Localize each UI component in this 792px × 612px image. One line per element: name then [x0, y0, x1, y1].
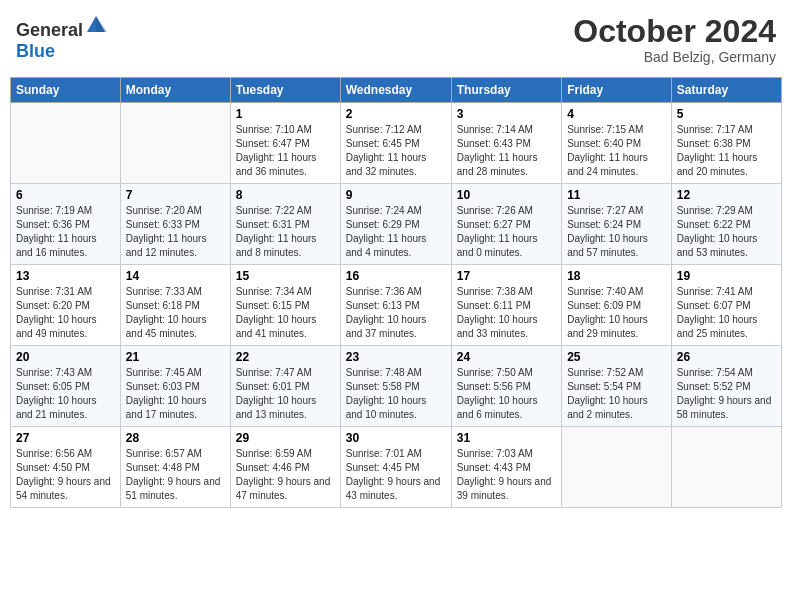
- calendar-cell: 15 Sunrise: 7:34 AMSunset: 6:15 PMDaylig…: [230, 265, 340, 346]
- weekday-header-sunday: Sunday: [11, 78, 121, 103]
- svg-marker-1: [96, 16, 107, 32]
- day-number: 30: [346, 431, 446, 445]
- day-detail: Sunrise: 7:22 AMSunset: 6:31 PMDaylight:…: [236, 205, 317, 258]
- day-number: 21: [126, 350, 225, 364]
- day-number: 20: [16, 350, 115, 364]
- calendar-cell: 30 Sunrise: 7:01 AMSunset: 4:45 PMDaylig…: [340, 427, 451, 508]
- day-number: 3: [457, 107, 556, 121]
- day-detail: Sunrise: 7:52 AMSunset: 5:54 PMDaylight:…: [567, 367, 648, 420]
- day-detail: Sunrise: 7:33 AMSunset: 6:18 PMDaylight:…: [126, 286, 207, 339]
- logo-blue: Blue: [16, 41, 55, 61]
- calendar-cell: 1 Sunrise: 7:10 AMSunset: 6:47 PMDayligh…: [230, 103, 340, 184]
- calendar-cell: 27 Sunrise: 6:56 AMSunset: 4:50 PMDaylig…: [11, 427, 121, 508]
- day-detail: Sunrise: 7:10 AMSunset: 6:47 PMDaylight:…: [236, 124, 317, 177]
- day-detail: Sunrise: 7:27 AMSunset: 6:24 PMDaylight:…: [567, 205, 648, 258]
- day-number: 17: [457, 269, 556, 283]
- calendar-cell: 7 Sunrise: 7:20 AMSunset: 6:33 PMDayligh…: [120, 184, 230, 265]
- day-detail: Sunrise: 7:19 AMSunset: 6:36 PMDaylight:…: [16, 205, 97, 258]
- calendar-cell: 17 Sunrise: 7:38 AMSunset: 6:11 PMDaylig…: [451, 265, 561, 346]
- calendar-cell: 11 Sunrise: 7:27 AMSunset: 6:24 PMDaylig…: [562, 184, 672, 265]
- day-detail: Sunrise: 7:50 AMSunset: 5:56 PMDaylight:…: [457, 367, 538, 420]
- day-number: 13: [16, 269, 115, 283]
- calendar-cell: 13 Sunrise: 7:31 AMSunset: 6:20 PMDaylig…: [11, 265, 121, 346]
- calendar-cell: 26 Sunrise: 7:54 AMSunset: 5:52 PMDaylig…: [671, 346, 781, 427]
- calendar-cell: 25 Sunrise: 7:52 AMSunset: 5:54 PMDaylig…: [562, 346, 672, 427]
- day-detail: Sunrise: 7:54 AMSunset: 5:52 PMDaylight:…: [677, 367, 772, 420]
- day-number: 10: [457, 188, 556, 202]
- day-number: 23: [346, 350, 446, 364]
- day-detail: Sunrise: 7:45 AMSunset: 6:03 PMDaylight:…: [126, 367, 207, 420]
- month-title: October 2024: [573, 14, 776, 49]
- day-detail: Sunrise: 7:43 AMSunset: 6:05 PMDaylight:…: [16, 367, 97, 420]
- day-number: 8: [236, 188, 335, 202]
- calendar-cell: 3 Sunrise: 7:14 AMSunset: 6:43 PMDayligh…: [451, 103, 561, 184]
- day-detail: Sunrise: 7:26 AMSunset: 6:27 PMDaylight:…: [457, 205, 538, 258]
- day-number: 27: [16, 431, 115, 445]
- calendar-table: SundayMondayTuesdayWednesdayThursdayFrid…: [10, 77, 782, 508]
- day-number: 22: [236, 350, 335, 364]
- day-number: 9: [346, 188, 446, 202]
- day-detail: Sunrise: 7:29 AMSunset: 6:22 PMDaylight:…: [677, 205, 758, 258]
- logo-icon: [85, 14, 107, 36]
- logo: General Blue: [16, 14, 107, 62]
- day-detail: Sunrise: 7:36 AMSunset: 6:13 PMDaylight:…: [346, 286, 427, 339]
- day-number: 7: [126, 188, 225, 202]
- calendar-week-row: 6 Sunrise: 7:19 AMSunset: 6:36 PMDayligh…: [11, 184, 782, 265]
- day-number: 31: [457, 431, 556, 445]
- weekday-header-thursday: Thursday: [451, 78, 561, 103]
- weekday-header-row: SundayMondayTuesdayWednesdayThursdayFrid…: [11, 78, 782, 103]
- calendar-cell: 8 Sunrise: 7:22 AMSunset: 6:31 PMDayligh…: [230, 184, 340, 265]
- day-detail: Sunrise: 7:12 AMSunset: 6:45 PMDaylight:…: [346, 124, 427, 177]
- calendar-cell: 24 Sunrise: 7:50 AMSunset: 5:56 PMDaylig…: [451, 346, 561, 427]
- weekday-header-monday: Monday: [120, 78, 230, 103]
- day-number: 28: [126, 431, 225, 445]
- day-detail: Sunrise: 7:41 AMSunset: 6:07 PMDaylight:…: [677, 286, 758, 339]
- calendar-cell: 16 Sunrise: 7:36 AMSunset: 6:13 PMDaylig…: [340, 265, 451, 346]
- day-detail: Sunrise: 7:14 AMSunset: 6:43 PMDaylight:…: [457, 124, 538, 177]
- calendar-cell: 9 Sunrise: 7:24 AMSunset: 6:29 PMDayligh…: [340, 184, 451, 265]
- calendar-cell: 12 Sunrise: 7:29 AMSunset: 6:22 PMDaylig…: [671, 184, 781, 265]
- day-detail: Sunrise: 7:17 AMSunset: 6:38 PMDaylight:…: [677, 124, 758, 177]
- day-number: 5: [677, 107, 776, 121]
- calendar-cell: [562, 427, 672, 508]
- page-header: General Blue October 2024 Bad Belzig, Ge…: [10, 10, 782, 69]
- day-detail: Sunrise: 7:01 AMSunset: 4:45 PMDaylight:…: [346, 448, 441, 501]
- calendar-cell: 19 Sunrise: 7:41 AMSunset: 6:07 PMDaylig…: [671, 265, 781, 346]
- weekday-header-wednesday: Wednesday: [340, 78, 451, 103]
- location-subtitle: Bad Belzig, Germany: [573, 49, 776, 65]
- calendar-cell: 23 Sunrise: 7:48 AMSunset: 5:58 PMDaylig…: [340, 346, 451, 427]
- day-detail: Sunrise: 7:15 AMSunset: 6:40 PMDaylight:…: [567, 124, 648, 177]
- weekday-header-tuesday: Tuesday: [230, 78, 340, 103]
- day-number: 12: [677, 188, 776, 202]
- day-detail: Sunrise: 7:34 AMSunset: 6:15 PMDaylight:…: [236, 286, 317, 339]
- day-number: 4: [567, 107, 666, 121]
- day-detail: Sunrise: 7:20 AMSunset: 6:33 PMDaylight:…: [126, 205, 207, 258]
- calendar-cell: 21 Sunrise: 7:45 AMSunset: 6:03 PMDaylig…: [120, 346, 230, 427]
- day-detail: Sunrise: 7:03 AMSunset: 4:43 PMDaylight:…: [457, 448, 552, 501]
- day-number: 25: [567, 350, 666, 364]
- calendar-week-row: 27 Sunrise: 6:56 AMSunset: 4:50 PMDaylig…: [11, 427, 782, 508]
- calendar-cell: 31 Sunrise: 7:03 AMSunset: 4:43 PMDaylig…: [451, 427, 561, 508]
- day-number: 24: [457, 350, 556, 364]
- day-detail: Sunrise: 7:24 AMSunset: 6:29 PMDaylight:…: [346, 205, 427, 258]
- calendar-cell: 10 Sunrise: 7:26 AMSunset: 6:27 PMDaylig…: [451, 184, 561, 265]
- weekday-header-saturday: Saturday: [671, 78, 781, 103]
- day-number: 18: [567, 269, 666, 283]
- day-detail: Sunrise: 7:31 AMSunset: 6:20 PMDaylight:…: [16, 286, 97, 339]
- day-number: 26: [677, 350, 776, 364]
- logo-general: General: [16, 20, 83, 40]
- day-number: 1: [236, 107, 335, 121]
- calendar-cell: 14 Sunrise: 7:33 AMSunset: 6:18 PMDaylig…: [120, 265, 230, 346]
- day-detail: Sunrise: 6:59 AMSunset: 4:46 PMDaylight:…: [236, 448, 331, 501]
- calendar-cell: 22 Sunrise: 7:47 AMSunset: 6:01 PMDaylig…: [230, 346, 340, 427]
- day-number: 14: [126, 269, 225, 283]
- calendar-cell: [671, 427, 781, 508]
- calendar-cell: [11, 103, 121, 184]
- title-block: October 2024 Bad Belzig, Germany: [573, 14, 776, 65]
- day-number: 15: [236, 269, 335, 283]
- calendar-cell: 29 Sunrise: 6:59 AMSunset: 4:46 PMDaylig…: [230, 427, 340, 508]
- day-detail: Sunrise: 7:47 AMSunset: 6:01 PMDaylight:…: [236, 367, 317, 420]
- day-number: 2: [346, 107, 446, 121]
- day-number: 16: [346, 269, 446, 283]
- calendar-cell: 6 Sunrise: 7:19 AMSunset: 6:36 PMDayligh…: [11, 184, 121, 265]
